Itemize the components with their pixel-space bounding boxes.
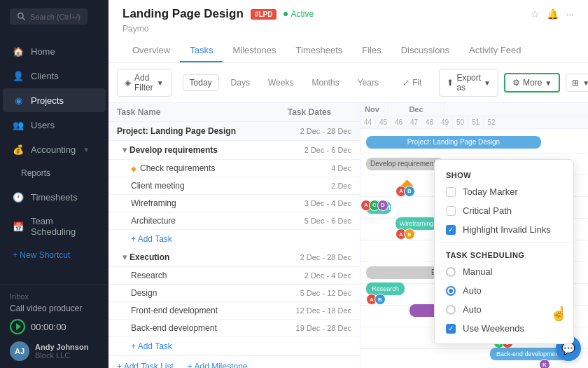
chevron-down-icon: ▼ [545,79,552,87]
tab-tasks[interactable]: Tasks [180,39,223,62]
add-filter-button[interactable]: ◈ Add Filter ▼ [117,69,172,97]
mini-avatar: B [404,186,415,197]
today-button[interactable]: Today [183,74,219,91]
tab-activity-feed[interactable]: Activity Feed [459,39,531,62]
sidebar-item-timesheets[interactable]: 🕐 Timesheets [3,185,106,209]
add-task-button-1[interactable]: + Add Task [108,230,360,248]
group-execution: ▾ Execution 2 Dec - 28 Dec [108,248,360,267]
cursor-hand-icon: ☝ [550,305,568,322]
project-dates: 2 Dec - 28 Dec [267,127,351,135]
group-develop-requirements: ▾ Develop requirements 2 Dec - 6 Dec [108,141,360,160]
play-button[interactable] [10,319,25,334]
tab-milestones[interactable]: Milestones [223,39,286,62]
more-button[interactable]: ⚙ More ▼ [504,73,560,93]
sidebar-item-accounting[interactable]: 💰 Accounting ▼ [3,137,106,161]
collapse-icon[interactable]: ▾ [122,145,127,155]
sidebar-item-label: Projects [31,95,64,106]
content-area: Task Name Task Dates Project: Landing Pa… [108,103,588,368]
sidebar-item-new-shortcut[interactable]: + New Shortcut [3,244,106,266]
tab-overview[interactable]: Overview [122,39,180,62]
page-tabs: Overview Tasks Milestones Timesheets Fil… [122,39,531,62]
table-row[interactable]: Wireframing 3 Dec - 4 Dec [108,195,360,212]
main-content: Landing Page Design #LPD Active ☆ 🔔 ··· … [108,0,588,368]
collapse-icon-2[interactable]: ▾ [122,252,127,262]
svg-point-0 [18,13,23,18]
table-row[interactable]: Back-end development 19 Dec - 28 Dec [108,320,360,337]
play-icon [16,323,21,330]
page-header: Landing Page Design #LPD Active ☆ 🔔 ··· … [108,0,588,63]
project-name: Project: Landing Page Design [117,126,267,136]
avatar: AJ [10,341,29,361]
task-dates: 19 Dec - 28 Dec [267,324,351,332]
export-button[interactable]: ⬆ Export as ▼ [439,69,498,97]
home-icon: 🏠 [13,46,24,57]
dropdown-item-critical-path[interactable]: Critical Path [435,201,573,220]
sidebar-item-projects[interactable]: ◉ Projects [3,88,106,112]
diamond-icon: ◆ [131,165,136,172]
task-dates: 12 Dec - 18 Dec [267,306,351,315]
sidebar-item-label: Timesheets [31,192,78,203]
days-view-button[interactable]: Days [225,75,256,90]
table-row[interactable]: Client meeting 2 Dec [108,177,360,195]
dropdown-item-invalid-links[interactable]: ✓ Highlight Invalid Links [435,220,573,239]
inbox-task: Call video producer [10,304,99,313]
gear-icon: ⚙ [512,78,520,88]
mini-avatar: K [539,359,550,368]
group-dates: 2 Dec - 6 Dec [267,146,351,154]
radio-empty [446,305,456,315]
search-icon [17,12,26,21]
more-options-icon[interactable]: ··· [566,8,574,20]
sidebar-item-clients[interactable]: 👤 Clients [3,64,106,88]
weeks-view-button[interactable]: Weeks [262,75,300,90]
star-icon[interactable]: ☆ [531,8,540,20]
sidebar-item-home[interactable]: 🏠 Home [3,39,106,63]
task-name: Front-end development [131,306,267,315]
day-45: 45 [376,116,391,128]
sidebar-item-time-reports[interactable]: Reports [3,162,106,184]
project-badge: #LPD [251,9,277,20]
chevron-down-icon: ▼ [582,79,588,87]
tab-files[interactable]: Files [352,39,391,62]
add-milestone-button[interactable]: + Add Milestone [188,362,248,368]
group-name-2: Execution [130,252,267,262]
project-group-header: Project: Landing Page Design 2 Dec - 28 … [108,122,360,141]
tab-discussions[interactable]: Discussions [391,39,459,62]
sidebar-item-team-scheduling[interactable]: 📅 Team Scheduling [3,210,106,243]
table-row[interactable]: ◆ Check requirements 4 Dec [108,160,360,177]
page-title-row: Landing Page Design #LPD Active ☆ 🔔 ··· [122,7,574,21]
table-row[interactable]: Design 5 Dec - 12 Dec [108,285,360,302]
sidebar-item-users[interactable]: 👥 Users [3,113,106,137]
task-dates: 2 Dec [267,182,351,190]
table-row[interactable]: Architecture 5 Dec - 6 Dec [108,212,360,230]
add-task-button-2[interactable]: + Add Task [108,337,360,355]
tab-timesheets[interactable]: Timesheets [286,39,353,62]
dropdown-item-auto-2[interactable]: Auto ☝ [435,300,573,319]
radio-empty [446,267,456,277]
day-50: 50 [453,116,468,128]
checkbox-checked: ✓ [446,225,456,235]
page-subtitle: Paymo [122,24,574,34]
sidebar-nav: 🏠 Home 👤 Clients ◉ Projects 👥 Users 💰 Ac… [0,39,108,285]
fit-button[interactable]: ⤢ Fit [396,75,428,90]
bell-icon[interactable]: 🔔 [547,8,559,20]
filter-icon: ◈ [125,78,131,88]
day-44: 44 [360,116,376,128]
user-row: AJ Andy Johnson Block LLC [10,341,99,361]
search-bar[interactable]: Search (Ctrl+/) [10,8,88,25]
dropdown-item-manual[interactable]: Manual [435,262,573,281]
columns-button[interactable]: ⊞ ▼ [566,74,588,92]
years-view-button[interactable]: Years [351,75,385,90]
dropdown-item-use-weekends[interactable]: ✓ Use Weekends [435,319,573,338]
add-task-list-button[interactable]: + Add Task List [117,362,174,368]
dropdown-item-today-marker[interactable]: Today Marker [435,182,573,201]
dropdown-item-auto-1[interactable]: Auto [435,281,573,300]
gantt-bar-develop: Develop requirements [366,158,443,170]
table-row[interactable]: Research 2 Dec - 4 Dec [108,267,360,285]
months-view-button[interactable]: Months [305,75,345,90]
month-nov: Nov [360,103,388,116]
task-name: Design [131,288,267,298]
dropdown-show-title: Show [435,165,573,182]
sidebar-item-label: Clients [31,71,59,81]
table-row[interactable]: Front-end development 12 Dec - 18 Dec [108,302,360,320]
footer-buttons: + Add Task List + Add Milestone [108,355,360,368]
